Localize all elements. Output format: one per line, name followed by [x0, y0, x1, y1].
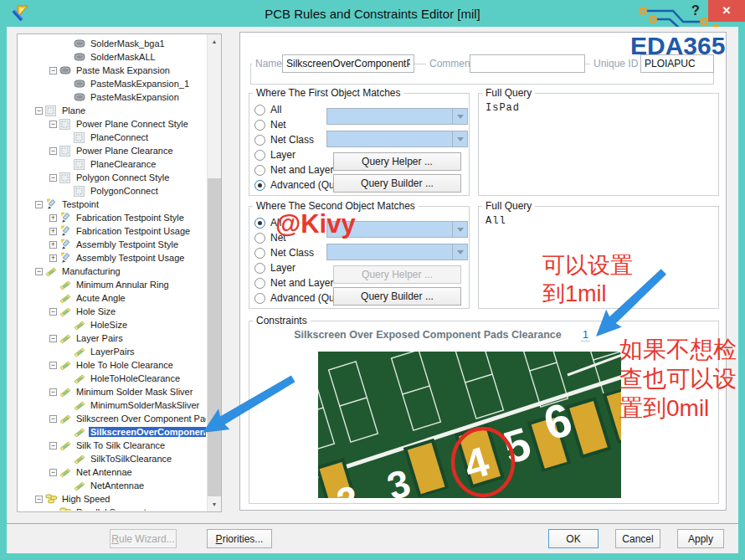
tree-item[interactable]: −Layer Pairs	[18, 331, 206, 345]
manufacturing-rule-icon	[59, 413, 73, 424]
collapse-toggle-icon[interactable]: −	[49, 362, 57, 369]
collapse-toggle-icon[interactable]: −	[35, 107, 43, 115]
tree-item[interactable]: LayerPairs	[18, 345, 206, 358]
chevron-down-icon[interactable]	[452, 109, 467, 124]
full-query-first-value: IsPad	[486, 102, 520, 114]
first-object-group-title: Where The First Object Matches	[253, 87, 404, 99]
collapse-toggle-icon[interactable]: −	[35, 268, 43, 275]
query-builder-button[interactable]: Query Builder ...	[333, 174, 461, 193]
tree-item[interactable]: PasteMaskExpansion	[18, 90, 206, 104]
radio-button-icon[interactable]	[254, 165, 265, 176]
tree-item[interactable]: NetAntennae	[18, 479, 206, 492]
rule-wizard-button[interactable]: Rule Wizard...	[110, 529, 177, 548]
chevron-down-icon[interactable]	[452, 131, 467, 146]
tree-item[interactable]: −High Speed	[18, 492, 206, 506]
expand-toggle-icon[interactable]: +	[49, 254, 57, 262]
tree-item[interactable]: −Testpoint	[18, 198, 206, 211]
tree-item[interactable]: −Paste Mask Expansion	[18, 64, 206, 77]
radio-button-icon[interactable]	[254, 233, 265, 244]
tree-item[interactable]: −Power Plane Clearance	[18, 144, 206, 157]
collapse-toggle-icon[interactable]: −	[49, 67, 57, 74]
tree-item[interactable]: −Plane	[18, 104, 206, 117]
tree-item[interactable]: PlaneClearance	[18, 157, 206, 171]
tree-item[interactable]: SilkToSilkClearance	[18, 452, 206, 465]
help-button[interactable]: ?	[686, 3, 705, 18]
radio-label: Layer	[270, 262, 295, 274]
tree-item[interactable]: −Net Antennae	[18, 465, 206, 479]
tree-item[interactable]: +Assembly Testpoint Usage	[18, 251, 206, 265]
radio-button-icon[interactable]	[254, 248, 265, 259]
tree-item[interactable]: −Hole Size	[18, 305, 206, 318]
tree-item[interactable]: HoleSize	[18, 318, 206, 331]
collapse-toggle-icon[interactable]: −	[35, 201, 43, 208]
expand-toggle-icon[interactable]: +	[49, 228, 57, 235]
close-button[interactable]: ✕	[708, 0, 745, 22]
collapse-toggle-icon[interactable]: −	[49, 308, 57, 316]
chevron-down-icon[interactable]	[452, 222, 467, 237]
collapse-toggle-icon[interactable]: −	[49, 335, 57, 342]
query-builder-button[interactable]: Query Builder ...	[333, 287, 461, 306]
clearance-value-field[interactable]: 1	[581, 329, 590, 342]
query-helper-button[interactable]: Query Helper ...	[333, 152, 461, 171]
radio-button-icon[interactable]	[254, 218, 265, 229]
scroll-up-icon[interactable]: ▲	[208, 34, 221, 49]
radio-button-icon[interactable]	[254, 263, 265, 274]
first-net-combo[interactable]	[326, 108, 468, 125]
collapse-toggle-icon[interactable]: −	[49, 147, 57, 155]
tree-item[interactable]: −Polygon Connect Style	[18, 171, 206, 184]
radio-button-icon[interactable]	[254, 150, 265, 161]
priorities-button[interactable]: Priorities...	[207, 529, 272, 548]
collapse-toggle-icon[interactable]: −	[49, 388, 57, 396]
annotation-set-0mil: 如果不想检 查也可以设 置到0mil	[619, 335, 737, 423]
tree-item[interactable]: −Silkscreen Over Component Pads	[18, 412, 206, 425]
tree-scrollbar[interactable]: ▲ ▼	[207, 34, 221, 511]
collapse-toggle-icon[interactable]: −	[49, 415, 57, 423]
expand-toggle-icon[interactable]: +	[49, 241, 57, 249]
radio-button-icon[interactable]	[254, 293, 265, 304]
scroll-down-icon[interactable]: ▼	[208, 497, 221, 511]
comment-field[interactable]	[470, 54, 585, 73]
tree-item[interactable]: −Hole To Hole Clearance	[18, 358, 206, 372]
tree-item[interactable]: +Fabrication Testpoint Usage	[18, 224, 206, 238]
apply-button[interactable]: Apply	[677, 529, 724, 548]
chevron-down-icon[interactable]	[452, 244, 467, 259]
tree-item[interactable]: SolderMaskALL	[18, 50, 206, 64]
radio-button-icon[interactable]	[254, 105, 265, 116]
radio-button-icon[interactable]	[254, 278, 265, 289]
name-field[interactable]	[282, 54, 414, 73]
collapse-toggle-icon[interactable]: −	[49, 121, 57, 128]
radio-label: Layer	[270, 149, 295, 161]
radio-button-icon[interactable]	[254, 180, 265, 191]
collapse-toggle-icon[interactable]: −	[49, 469, 57, 476]
tree-item[interactable]: Minimum Annular Ring	[18, 278, 206, 291]
tree-item[interactable]: HoleToHoleClearance	[18, 372, 206, 385]
expand-toggle-icon[interactable]: +	[49, 214, 57, 222]
first-netclass-combo[interactable]	[326, 131, 468, 147]
collapse-toggle-icon[interactable]: −	[35, 496, 43, 503]
radio-button-icon[interactable]	[254, 120, 265, 131]
tree-item[interactable]: PlaneConnect	[18, 131, 206, 144]
plane-rule-icon	[74, 158, 87, 170]
tree-item[interactable]: −Power Plane Connect Style	[18, 117, 206, 131]
query-helper-button[interactable]: Query Helper ...	[333, 265, 461, 284]
tree-item[interactable]: +Assembly Testpoint Style	[18, 238, 206, 251]
tree-item[interactable]: −Minimum Solder Mask Sliver	[18, 385, 206, 398]
tree-item[interactable]: MinimumSolderMaskSliver	[18, 398, 206, 412]
tree-item[interactable]: PasteMaskExpansion_1	[18, 77, 206, 90]
tree-item[interactable]: +Fabrication Testpoint Style	[18, 211, 206, 224]
tree-item[interactable]: PolygonConnect	[18, 184, 206, 198]
second-netclass-combo[interactable]	[326, 244, 468, 260]
tree-item[interactable]: −Manufacturing	[18, 265, 206, 278]
radio-button-icon[interactable]	[254, 135, 265, 146]
tree-item[interactable]: −Silk To Silk Clearance	[18, 439, 206, 452]
tree-item[interactable]: Acute Angle	[18, 291, 206, 305]
collapse-toggle-icon[interactable]: −	[49, 442, 57, 450]
ok-button[interactable]: OK	[548, 529, 599, 548]
tree-item[interactable]: SolderMask_bga1	[18, 37, 206, 50]
collapse-toggle-icon[interactable]: −	[49, 174, 57, 182]
cancel-button[interactable]: Cancel	[615, 529, 660, 548]
toggle-spacer	[49, 295, 57, 302]
scrollbar-thumb[interactable]	[208, 178, 221, 496]
tree-item[interactable]: SilkscreenOverComponent	[18, 425, 206, 439]
tree-item[interactable]: Parallel Segment	[18, 506, 206, 511]
